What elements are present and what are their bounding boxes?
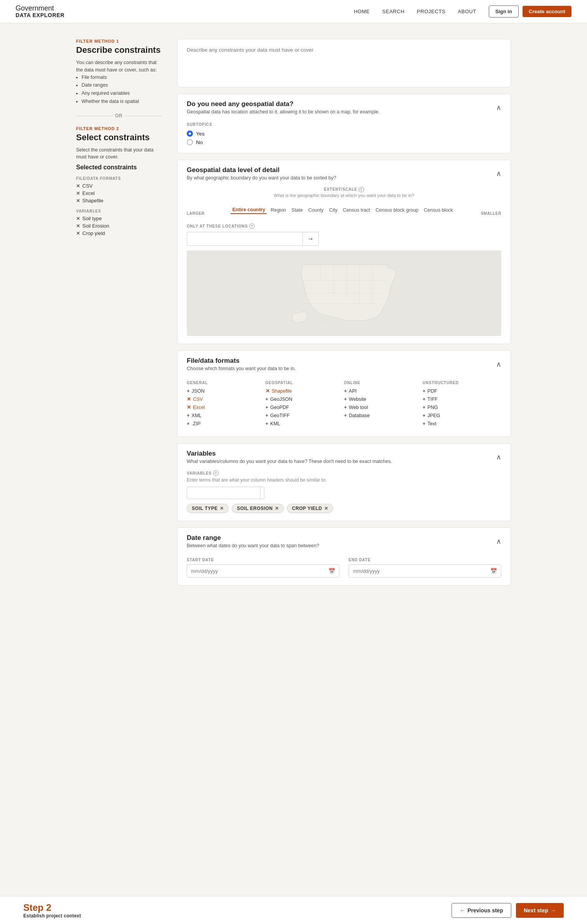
format-api[interactable]: + API [344,388,423,394]
start-date-calendar-icon[interactable]: 📅 [325,565,339,577]
date-range-header[interactable]: Date range Between what dates do you wan… [177,528,511,555]
format-tiff[interactable]: + TIFF [423,396,502,402]
sc-shapefile-remove[interactable]: ✕ [76,198,80,204]
website-plus: + [344,396,347,402]
geo-no-option[interactable]: No [187,139,501,145]
navigation: Government DATA EXPLORER HOME SEARCH PRO… [0,0,587,23]
tag-soil-erosion: SOIL EROSION ✕ [232,504,284,513]
format-shapefile[interactable]: ✕ Shapefile [266,388,344,394]
sc-title: Selected constraints [76,164,162,171]
format-geopdf[interactable]: + GeoPDF [266,404,344,410]
extent-help[interactable]: ? [359,187,364,192]
constraint-textarea[interactable] [187,47,501,78]
filter1-desc-list: File formats Date ranges Any required va… [76,74,162,105]
sc-excel-remove[interactable]: ✕ [76,191,80,196]
geo-tab-census-block[interactable]: Census block [422,207,455,214]
geo-detail-title: Geospatial data level of detail [187,166,336,174]
variables-help[interactable]: ? [213,470,219,476]
geo-yes-option[interactable]: Yes [187,131,501,137]
create-account-button[interactable]: Create account [523,6,571,17]
geo-tab-county[interactable]: County [307,207,325,214]
sc-csv-remove[interactable]: ✕ [76,183,80,189]
geo-detail-body: EXTENT/SCALE ? What is the geographic bo… [177,187,511,344]
location-submit[interactable]: → [302,232,318,245]
variables-header[interactable]: Variables What variables/columns do you … [177,444,511,470]
zip-plus: + [187,421,190,426]
geo-detail-header[interactable]: Geospatial data level of detail By what … [177,160,511,187]
end-date-calendar-icon[interactable]: 📅 [486,565,501,577]
geo-tab-census-tract[interactable]: Census tract [341,207,372,214]
json-plus: + [187,388,190,394]
tag-crop-yield: CROP YIELD ✕ [287,504,333,513]
start-date-input[interactable] [187,565,325,577]
file-formats-body: GENERAL + JSON ✕ CSV ✕ Excel + XML + .ZI… [177,381,511,437]
tag-soil-type: SOIL TYPE ✕ [187,504,229,513]
sc-crop-yield-remove[interactable]: ✕ [76,231,80,236]
extent-row: EXTENT/SCALE ? What is the geographic bo… [187,187,501,202]
geojson-plus: + [266,396,269,402]
end-date-input[interactable] [349,565,486,577]
signin-button[interactable]: Sign in [489,5,519,17]
csv-x: ✕ [187,396,191,402]
nav-home[interactable]: HOME [354,9,370,14]
tag-crop-yield-label: CROP YIELD [292,506,322,511]
format-database[interactable]: + Database [344,412,423,418]
filter1-item-2: Date ranges [82,82,162,89]
geo-detail-subtitle: By what geographic boundary do you want … [187,175,336,181]
tag-crop-yield-remove[interactable]: ✕ [324,506,328,511]
geo-tab-entire-country[interactable]: Entire country [231,206,267,214]
file-formats-header[interactable]: File/data formats Choose which formats y… [177,351,511,378]
geo-tab-state[interactable]: State [290,207,304,214]
end-date-label: END DATE [349,558,501,562]
tag-soil-erosion-remove[interactable]: ✕ [275,506,279,511]
geo-tab-census-block-group[interactable]: Census block group [374,207,420,214]
format-csv[interactable]: ✕ CSV [187,396,266,402]
format-geotiff[interactable]: + GeoTIFF [266,412,344,418]
jpeg-plus: + [423,412,426,418]
extent-label: EXTENT/SCALE ? [324,187,364,192]
nav-about[interactable]: ABOUT [458,9,476,14]
sc-crop-yield-label: Crop yield [82,230,105,236]
unstructured-header: UNSTRUCTURED [423,381,502,385]
variable-submit[interactable]: → [260,487,264,499]
filter1-item-4: Whether the data is spatial [82,98,162,105]
variables-section: Variables What variables/columns do you … [177,443,511,521]
format-excel[interactable]: ✕ Excel [187,404,266,410]
main-container: FILTER METHOD 1 Describe constraints You… [61,23,526,625]
tag-soil-type-remove[interactable]: ✕ [220,506,224,511]
geo-tab-city[interactable]: City [328,207,339,214]
format-online-col: ONLINE + API + Website + Web tool + Data… [344,381,423,429]
map-container [187,251,501,336]
format-webtool[interactable]: + Web tool [344,404,423,410]
file-formats-subtitle: Choose which formats you want your data … [187,366,296,371]
format-xml[interactable]: + XML [187,412,266,418]
start-date-input-wrap: 📅 [187,564,339,578]
format-geojson[interactable]: + GeoJSON [266,396,344,402]
format-kml[interactable]: + KML [266,421,344,426]
format-pdf[interactable]: + PDF [423,388,502,394]
format-json[interactable]: + JSON [187,388,266,394]
format-website[interactable]: + Website [344,396,423,402]
geo-tab-region[interactable]: Region [269,207,288,214]
sc-shapefile-label: Shapefile [82,198,103,204]
location-input[interactable] [187,233,302,245]
geospatial-header[interactable]: Do you need any geospatial data? Geospat… [177,94,511,121]
format-zip[interactable]: + .ZIP [187,421,266,426]
sc-soil-type-remove[interactable]: ✕ [76,216,80,221]
date-range-subtitle: Between what dates do you want your data… [187,543,319,548]
format-png[interactable]: + PNG [423,404,502,410]
variable-input[interactable] [187,487,260,499]
filter1-item-1: File formats [82,74,162,81]
format-jpeg[interactable]: + JPEG [423,412,502,418]
nav-projects[interactable]: PROJECTS [417,9,446,14]
location-help[interactable]: ? [249,223,255,229]
format-text[interactable]: + Text [423,421,502,426]
variables-input-label: VARIABLES ? [187,470,501,476]
date-range-chevron: ∧ [496,537,501,546]
geopdf-plus: + [266,404,269,410]
nav-search[interactable]: SEARCH [382,9,405,14]
subtopics-label: SUBTOPICS [187,122,501,127]
sc-csv-label: CSV [82,183,93,189]
format-geospatial-col: GEOSPATIAL ✕ Shapefile + GeoJSON + GeoPD… [266,381,344,429]
sc-soil-erosion-remove[interactable]: ✕ [76,223,80,229]
